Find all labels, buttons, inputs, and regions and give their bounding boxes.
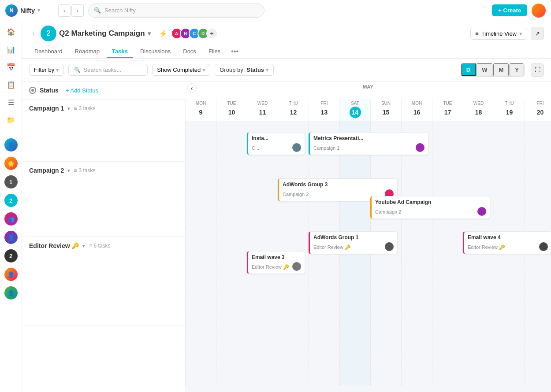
project-title-dropdown[interactable]: ▾ [148, 30, 151, 37]
task-search-input[interactable]: 🔍 Search tasks... [68, 64, 148, 76]
day-header-10: TUE 10 [216, 99, 247, 121]
task-card-metrics[interactable]: Metrics Presentati... Campaign 1 [309, 132, 428, 155]
add-member-button[interactable]: + [206, 28, 218, 39]
day-number: 9 [195, 107, 207, 118]
left-sidebar: 🏠 📊 📅 📋 ☰ 📁 👤 🌟 1 2 👥 👤 2 👤 👤 [0, 21, 22, 392]
tab-more[interactable]: ••• [227, 45, 242, 58]
campaign2-body [22, 179, 185, 237]
editor-review-task-count: ≡ 6 tasks [89, 243, 110, 249]
task-card-footer: Editor Review 🔑 [252, 262, 301, 271]
view-month-button[interactable]: M [493, 63, 509, 76]
group-campaign2-header[interactable]: Campaign 2 ▾ ≡ 3 tasks [22, 162, 185, 179]
day-name: MON [186, 101, 216, 106]
avatar-stack: A B C D + [171, 28, 218, 39]
day-header-12: THU 12 [278, 99, 309, 121]
campaign2-task-count: ≡ 3 tasks [74, 167, 95, 174]
project-actions: ⚡ A B C D + [159, 28, 218, 39]
day-name: FRI [525, 101, 551, 106]
sidebar-item-tasks[interactable]: 📋 [4, 78, 18, 92]
campaign1-task-count: ≡ 3 tasks [74, 105, 95, 111]
sidebar-avatar-6[interactable]: 👤 [4, 231, 18, 244]
view-week-button[interactable]: W [477, 63, 492, 76]
sidebar-item-docs[interactable]: 📁 [4, 113, 18, 127]
day-number: 13 [319, 107, 330, 118]
sidebar-item-list[interactable]: ☰ [4, 95, 18, 109]
task-card-subtitle: Campaign 2 [283, 192, 309, 197]
day-body-9 [185, 121, 216, 385]
bolt-icon[interactable]: ⚡ [159, 30, 168, 38]
share-button[interactable]: ↗ [531, 27, 544, 40]
timeline-view-button[interactable]: ≡ Timeline View ▾ [470, 28, 527, 40]
sidebar-toggle[interactable]: › [29, 29, 38, 38]
day-name: TUE [216, 101, 247, 106]
sidebar-avatar-9[interactable]: 👤 [4, 286, 18, 300]
view-day-button[interactable]: D [461, 63, 476, 76]
tab-discussions[interactable]: Discussions [135, 45, 176, 58]
sidebar-avatar-2[interactable]: 🌟 [4, 157, 18, 170]
sidebar-item-calendar[interactable]: 📅 [4, 60, 18, 74]
nav-forward-button[interactable]: › [71, 4, 84, 17]
task-card-subtitle: C... [252, 145, 259, 151]
nav-back-button[interactable]: ‹ [58, 4, 71, 17]
search-placeholder: Search Nifty [104, 7, 136, 14]
sidebar-avatar-3[interactable]: 1 [4, 175, 18, 189]
tab-files[interactable]: Files [203, 45, 226, 58]
day-number: 19 [504, 107, 515, 118]
group-editor-review-header[interactable]: Editor Review 🔑 ▾ ≡ 6 tasks [22, 237, 185, 255]
sidebar-avatar-5[interactable]: 👥 [4, 212, 18, 226]
day-number: 17 [442, 107, 454, 118]
dropdown-arrow[interactable]: ▾ [37, 7, 40, 13]
tab-dashboard[interactable]: Dashboard [29, 45, 68, 58]
campaign1-dropdown-arrow: ▾ [67, 106, 70, 111]
sidebar-avatar-1[interactable]: 👤 [4, 138, 18, 152]
day-number: 18 [473, 107, 484, 118]
tab-roadmap[interactable]: Roadmap [70, 45, 105, 58]
task-card-avatar [539, 242, 548, 251]
task-card-avatar [477, 207, 486, 216]
view-year-button[interactable]: Y [510, 63, 524, 76]
timeline-view-label: Timeline View [481, 30, 517, 37]
sidebar-item-charts[interactable]: 📊 [4, 42, 18, 56]
day-number: 16 [411, 107, 423, 118]
sidebar-item-home[interactable]: 🏠 [4, 25, 18, 39]
task-card-insta[interactable]: Insta... C... [247, 132, 305, 155]
timeline-dropdown-arrow: ▾ [519, 30, 522, 37]
show-completed-button[interactable]: Show Completed ▾ [152, 64, 210, 76]
day-header-19: THU 19 [494, 99, 525, 121]
group-editor-review-name: Editor Review 🔑 [29, 242, 79, 249]
task-card-youtube[interactable]: Youtube Ad Campaign Campaign 2 [370, 196, 490, 219]
view-toggle: ≡ Timeline View ▾ ↗ [470, 27, 544, 40]
task-card-avatar [385, 242, 394, 251]
calendar-nav-prev[interactable]: ‹ [187, 83, 197, 93]
day-header-13: FRI 13 [309, 99, 339, 121]
user-avatar[interactable] [532, 4, 546, 18]
project-number: 2 [41, 26, 56, 41]
timeline-icon: ≡ [475, 30, 479, 37]
filter-label: Filter by [34, 67, 54, 73]
sidebar-avatar-4[interactable]: 2 [4, 194, 18, 207]
task-card-emailwave4[interactable]: Email wave 4 Editor Review 🔑 [463, 231, 551, 254]
day-number: 15 [380, 107, 392, 118]
filter-button[interactable]: Filter by ▾ [29, 64, 64, 76]
fullscreen-button[interactable]: ⛶ [531, 63, 544, 77]
task-list-icon: ≡ [74, 105, 77, 111]
group-by-selector[interactable]: Group by: Status ▾ [215, 64, 274, 76]
sidebar-avatar-7[interactable]: 2 [4, 249, 18, 263]
status-label: Status [40, 87, 59, 94]
create-button[interactable]: + Create [492, 4, 527, 16]
sidebar-avatar-8[interactable]: 👤 [4, 268, 18, 281]
day-header-11: WED 11 [247, 99, 278, 121]
add-status-button[interactable]: + Add Status [66, 87, 98, 94]
global-search-bar[interactable]: 🔍 Search Nifty [88, 4, 264, 18]
day-name: SAT [340, 101, 370, 106]
app-logo: N [5, 4, 18, 17]
group-campaign1-header[interactable]: Campaign 1 ▾ ≡ 3 tasks [22, 100, 185, 117]
task-card-title: Insta... [252, 135, 301, 141]
task-card-emailwave3[interactable]: Email wave 3 Editor Review 🔑 [247, 251, 305, 274]
task-card-adwords1[interactable]: AdWords Group 1 Editor Review 🔑 [309, 231, 398, 254]
group-campaign2: Campaign 2 ▾ ≡ 3 tasks [22, 162, 185, 237]
tab-tasks[interactable]: Tasks [107, 45, 133, 58]
task-list-icon-3: ≡ [89, 243, 92, 249]
tab-docs[interactable]: Docs [178, 45, 201, 58]
day-number: 10 [226, 107, 238, 118]
